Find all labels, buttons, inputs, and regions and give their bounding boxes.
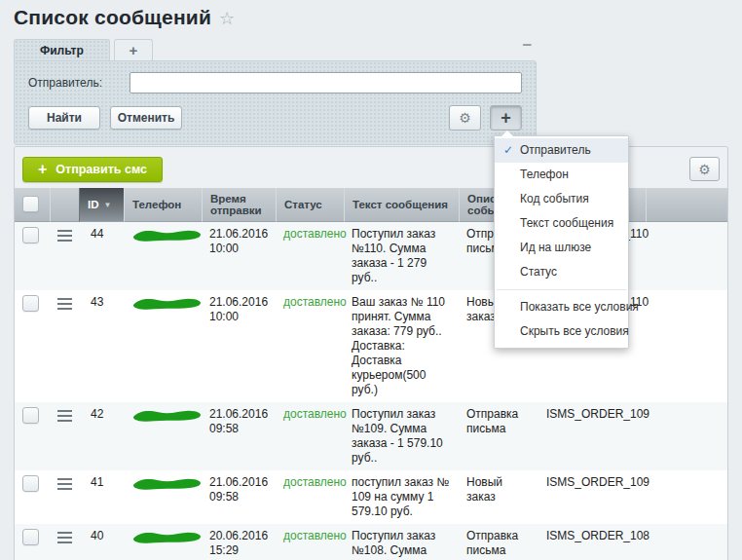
table-row: 41 21.06.201609:58 доставлено поступил з…	[15, 470, 727, 524]
select-all-header-cell	[15, 188, 50, 222]
cell-phone	[124, 402, 202, 470]
row-actions-menu-icon[interactable]	[57, 532, 72, 546]
menu-item[interactable]: ✓Текст сообщения	[495, 211, 628, 236]
sender-label: Отправитель:	[28, 76, 130, 90]
row-menu-header-cell	[50, 188, 79, 222]
table-row: 40 20.06.201615:29 доставлено Поступил з…	[15, 524, 727, 560]
table-row: 42 21.06.201609:58 доставлено Поступил з…	[15, 402, 727, 470]
menu-item[interactable]: ✓Отправитель	[495, 138, 628, 163]
find-button[interactable]: Найти	[28, 106, 100, 130]
menu-item[interactable]: ✓Статус	[495, 260, 628, 284]
cell-phone	[124, 470, 202, 524]
select-all-checkbox[interactable]	[22, 196, 39, 212]
tab-filter[interactable]: Фильтр	[14, 39, 110, 60]
favorite-star-icon[interactable]: ☆	[219, 8, 235, 29]
row-checkbox[interactable]	[22, 407, 39, 424]
add-filter-tab-button[interactable]: +	[114, 39, 153, 60]
cell-status: доставлено	[276, 524, 344, 560]
cell-message-text: Поступил заказ №109. Сумма заказа - 1 57…	[344, 402, 459, 470]
gear-icon: ⚙	[459, 111, 471, 125]
add-filter-field-button[interactable]: +	[490, 105, 522, 131]
filter-collapse-icon[interactable]: –	[523, 40, 532, 50]
cell-status: доставлено	[276, 222, 344, 290]
phone-redaction-scribble	[131, 227, 204, 247]
page-title: Список сообщений	[14, 6, 211, 29]
column-header[interactable]: Время отправки	[202, 188, 276, 222]
menu-item[interactable]: ✓Телефон	[495, 163, 628, 187]
row-actions-menu-icon[interactable]	[57, 230, 72, 244]
filter-fields-menu: ✓Отправитель✓Телефон✓Код события✓Текст с…	[494, 135, 629, 349]
phone-redaction-scribble	[131, 475, 204, 496]
row-checkbox[interactable]	[22, 227, 39, 243]
cell-send-time: 21.06.201609:58	[202, 470, 276, 524]
sender-input[interactable]	[130, 72, 522, 93]
filter-icon-buttons: ⚙ +	[449, 105, 522, 131]
cell-message-text: поступил заказ № 109 на сумму 1 579.10 р…	[344, 470, 459, 524]
cell-send-time: 21.06.201610:00	[202, 290, 276, 402]
menu-item[interactable]: Показать все условия	[495, 295, 628, 319]
column-header[interactable]: Текст сообщения	[344, 188, 459, 222]
column-header[interactable]: ID▼	[79, 188, 124, 222]
cell-send-time: 21.06.201610:00	[202, 222, 276, 290]
menu-item[interactable]: ✓Ид на шлюзе	[495, 236, 628, 260]
cell-status: доставлено	[276, 402, 344, 470]
cell-id: 44	[79, 222, 124, 290]
menu-item[interactable]: Скрыть все условия	[495, 319, 628, 344]
cell-send-time: 20.06.201615:29	[202, 524, 276, 560]
cell-event-description: Отправка письма	[459, 524, 538, 560]
page: Список сообщений ☆ – Фильтр + Отправител…	[0, 0, 742, 560]
cell-phone	[124, 524, 202, 560]
row-checkbox[interactable]	[22, 295, 39, 312]
phone-redaction-scribble	[131, 529, 204, 549]
menu-item[interactable]: ✓Код события	[495, 187, 628, 211]
row-actions-menu-icon[interactable]	[57, 410, 72, 425]
grid-settings-button[interactable]: ⚙	[689, 157, 720, 181]
filter-buttons-row: Найти Отменить ⚙ +	[28, 105, 522, 131]
phone-redaction-scribble	[131, 407, 204, 428]
filter-panel: – Фильтр + Отправитель: Найти Отменить ⚙…	[14, 39, 537, 145]
cell-message-text: Поступил заказ №108. Сумма заказа - 1 25…	[344, 524, 459, 560]
column-header[interactable]: Статус	[276, 188, 344, 222]
sort-desc-icon: ▼	[104, 201, 112, 209]
cell-event-code: ISMS_ORDER_109	[538, 470, 646, 524]
cell-message-text: Поступил заказ №110. Сумма заказа - 1 27…	[344, 222, 459, 290]
cell-message-text: Ваш заказ № 110 принят. Сумма заказа: 77…	[344, 290, 459, 402]
menu-divider	[497, 289, 626, 290]
cell-event-code: ISMS_ORDER_108	[538, 524, 646, 560]
cell-id: 40	[79, 524, 124, 560]
row-checkbox[interactable]	[22, 529, 39, 545]
empty-header-cell	[646, 188, 727, 222]
gear-icon: ⚙	[698, 163, 711, 176]
cell-phone	[124, 290, 202, 402]
cell-event-description: Новый заказ	[459, 470, 538, 524]
row-actions-menu-icon[interactable]	[57, 478, 72, 493]
cell-id: 41	[79, 470, 124, 524]
column-header[interactable]: Телефон	[124, 188, 202, 222]
cell-event-description: Отправка письма	[459, 402, 538, 470]
send-sms-label: Отправить смс	[56, 163, 147, 176]
phone-redaction-scribble	[131, 295, 204, 316]
plus-icon: +	[129, 42, 137, 58]
cell-id: 43	[79, 290, 124, 402]
cell-send-time: 21.06.201609:58	[202, 402, 276, 470]
checkmark-icon: ✓	[503, 138, 513, 163]
send-sms-button[interactable]: + Отправить смс	[22, 157, 163, 182]
cell-event-code: ISMS_ORDER_109	[538, 402, 646, 470]
cancel-button[interactable]: Отменить	[110, 106, 182, 130]
sender-field-row: Отправитель:	[28, 72, 522, 93]
row-actions-menu-icon[interactable]	[57, 298, 72, 313]
cell-status: доставлено	[276, 470, 344, 524]
filter-form: Отправитель: Найти Отменить ⚙ +	[14, 60, 537, 145]
cell-id: 42	[79, 402, 124, 470]
cell-phone	[124, 222, 202, 290]
plus-icon: +	[501, 109, 511, 127]
row-checkbox[interactable]	[22, 475, 39, 492]
page-header: Список сообщений ☆	[14, 6, 235, 29]
filter-settings-button[interactable]: ⚙	[449, 105, 481, 131]
filter-tabs: Фильтр +	[14, 39, 537, 60]
cell-status: доставлено	[276, 290, 344, 402]
plus-icon: +	[38, 162, 47, 177]
